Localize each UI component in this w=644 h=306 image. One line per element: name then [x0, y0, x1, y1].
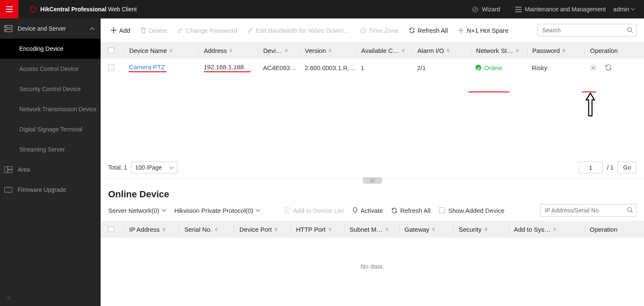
table-row: Camera PTZ 192.168.1.188 AC4E093… 2.600.… [101, 59, 644, 76]
address-text: 192.168.1.188 [204, 63, 251, 72]
device-search-input[interactable] [538, 24, 636, 37]
server-network-dropdown[interactable]: Server Network(0) [108, 207, 166, 214]
available-text: 1 [361, 64, 412, 71]
col-ip[interactable]: IP Address [129, 226, 179, 233]
sidebar-group-firmware[interactable]: Firmware Upgrade [0, 180, 101, 200]
refresh-all-button[interactable]: Refresh All [405, 24, 452, 37]
add-button[interactable]: Add [106, 24, 135, 37]
clock-icon [360, 27, 366, 34]
time-zone-button[interactable]: Time Zone [356, 24, 403, 37]
col-subnet[interactable]: Subnet M… [350, 226, 399, 233]
firmware-icon [4, 186, 13, 194]
svg-point-4 [5, 30, 6, 31]
svg-point-12 [627, 27, 631, 31]
add-to-list-button[interactable]: Add to Device List [284, 207, 344, 214]
svg-point-13 [592, 67, 595, 69]
svg-point-11 [460, 29, 462, 31]
user-menu[interactable]: admin [613, 6, 644, 13]
change-password-button[interactable]: Change Password [173, 24, 242, 37]
svg-rect-5 [5, 167, 8, 173]
select-all-checkbox[interactable] [108, 47, 114, 53]
col-address[interactable]: Address [204, 47, 258, 54]
refresh-icon [391, 207, 397, 214]
page-input[interactable] [579, 162, 603, 173]
hot-spare-button[interactable]: N+1 Hot Spare [454, 24, 513, 37]
device-text: AC4E093… [263, 64, 299, 71]
col-add-sys[interactable]: Add to Sys… [514, 226, 584, 233]
sidebar-group-area[interactable]: Area [0, 160, 101, 180]
col-port[interactable]: Device Port [239, 226, 291, 233]
delete-button[interactable]: Delete [136, 24, 171, 37]
col-serial[interactable]: Serial No. [184, 226, 234, 233]
protocol-dropdown[interactable]: Hikvision Private Protocol(0) [174, 207, 260, 214]
pager: Total: 1 100 /Page / 1 Go [101, 156, 644, 179]
configure-icon[interactable] [589, 64, 597, 71]
compass-icon [472, 6, 478, 13]
chevron-down-icon [169, 166, 174, 169]
server-icon [4, 25, 13, 32]
go-button[interactable]: Go [618, 162, 636, 173]
online-device-title: Online Device [101, 186, 644, 201]
device-search [538, 24, 636, 37]
online-table-header: IP Address Serial No. Device Port HTTP P… [101, 221, 644, 238]
sidebar-item-streaming-server[interactable]: Streaming Server [0, 139, 101, 160]
wizard-link[interactable]: Wizard [465, 6, 508, 13]
col-device[interactable]: Devi… [263, 47, 300, 54]
chevron-up-icon [90, 27, 95, 30]
online-select-all[interactable] [108, 226, 114, 232]
svg-point-9 [178, 30, 180, 32]
menu-toggle[interactable] [0, 0, 18, 18]
col-network[interactable]: Network St… [476, 47, 527, 54]
refresh-row-icon[interactable] [605, 64, 612, 71]
list-icon [515, 7, 522, 12]
svg-rect-6 [8, 167, 12, 170]
sidebar-pin[interactable] [0, 290, 101, 306]
double-chevron-down-icon [369, 178, 375, 183]
splitter-handle[interactable] [363, 177, 382, 184]
col-available[interactable]: Available C… [361, 47, 412, 54]
sidebar-item-network-transmission[interactable]: Network Transmission Device [0, 99, 101, 119]
online-toolbar: Server Network(0) Hikvision Private Prot… [101, 201, 644, 221]
device-toolbar: Add Delete Change Password Edit Bandwidt… [101, 18, 644, 42]
maintenance-link[interactable]: Maintenance and Management [508, 6, 613, 13]
col-security[interactable]: Security [459, 226, 508, 233]
page-size-select[interactable]: 100 /Page [131, 162, 177, 173]
bulb-icon [352, 207, 358, 214]
hamburger-icon [6, 6, 13, 12]
col-online-operation: Operation [590, 226, 644, 233]
device-name-link[interactable]: Camera PTZ [129, 63, 166, 72]
pencil-icon [247, 27, 253, 33]
sidebar-item-encoding-device[interactable]: Encoding Device [0, 39, 101, 59]
col-device-name[interactable]: Device Name [129, 47, 198, 54]
table-header: Device Name Address Devi… Version Availa… [101, 42, 644, 59]
row-checkbox[interactable] [108, 65, 114, 71]
col-http[interactable]: HTTP Port [296, 226, 344, 233]
refresh-online-button[interactable]: Refresh All [391, 207, 431, 214]
sidebar-group-device-server[interactable]: Device and Server [0, 18, 101, 39]
panel-splitter [101, 179, 644, 186]
brand: HikCentral Professional Web Client [18, 5, 137, 13]
svg-rect-8 [5, 188, 12, 192]
edit-bandwidth-button[interactable]: Edit Bandwidth for Video Downl… [243, 24, 354, 37]
alarm-text: 2/1 [417, 64, 471, 71]
search-icon [626, 26, 634, 34]
sidebar: Device and Server Encoding Device Access… [0, 18, 101, 306]
add-device-icon [284, 207, 291, 214]
col-password[interactable]: Password [532, 47, 585, 54]
network-status: Online [475, 64, 502, 71]
svg-point-0 [473, 7, 478, 12]
activate-button[interactable]: Activate [352, 207, 383, 214]
sidebar-item-access-control[interactable]: Access Control Device [0, 59, 101, 79]
online-search-input[interactable] [540, 204, 636, 217]
sidebar-item-digital-signage[interactable]: Digital Signage Terminal [0, 119, 101, 139]
col-gateway[interactable]: Gateway [405, 226, 454, 233]
trash-icon [140, 27, 146, 34]
col-alarm[interactable]: Alarm I/O [418, 47, 471, 54]
chevron-down-icon [162, 209, 166, 212]
brand-icon [29, 5, 37, 13]
col-version[interactable]: Version [305, 47, 356, 54]
online-search [540, 204, 636, 217]
password-text: Risky [532, 64, 585, 71]
show-added-checkbox[interactable]: Show Added Device [439, 207, 504, 214]
sidebar-item-security-control[interactable]: Security Control Device [0, 79, 101, 99]
